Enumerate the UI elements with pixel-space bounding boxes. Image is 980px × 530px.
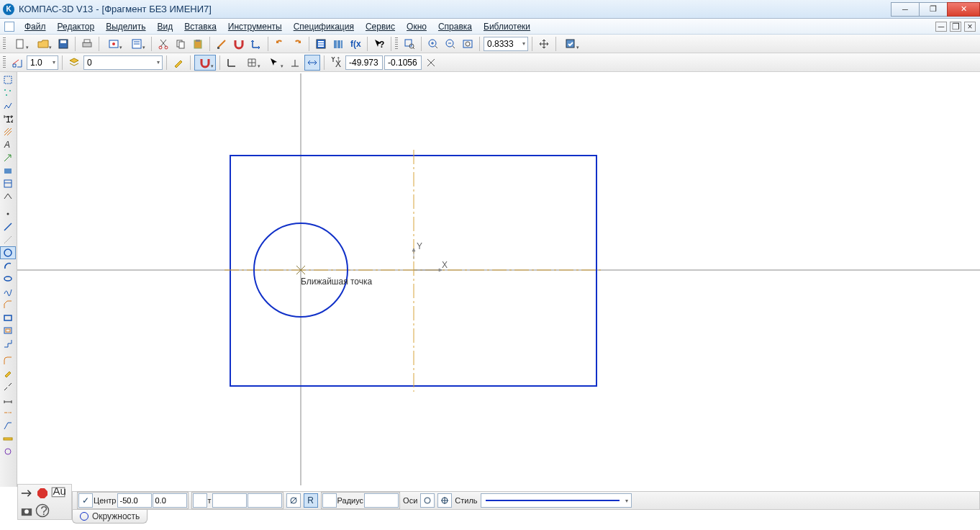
axes-off-button[interactable] bbox=[420, 493, 435, 508]
menu-insert[interactable]: Вставка bbox=[178, 20, 222, 33]
fillet-tool[interactable] bbox=[0, 354, 16, 367]
copy-button[interactable] bbox=[173, 36, 189, 52]
local-cs-button[interactable] bbox=[248, 36, 264, 52]
coord-y-input[interactable] bbox=[384, 55, 422, 70]
symbol-tool[interactable] bbox=[0, 164, 16, 177]
menu-service[interactable]: Сервис bbox=[360, 20, 401, 33]
stop-button[interactable] bbox=[35, 486, 50, 500]
zoom-in-button[interactable] bbox=[425, 36, 441, 52]
document-manager-button[interactable] bbox=[313, 36, 329, 52]
edit-properties-button[interactable] bbox=[171, 55, 186, 71]
ellipse-tool[interactable] bbox=[0, 272, 16, 285]
preview-button[interactable] bbox=[103, 36, 124, 52]
spec-tool-button[interactable] bbox=[126, 36, 148, 52]
properties-button[interactable] bbox=[214, 36, 230, 52]
scale-combo[interactable]: 1.0 bbox=[27, 55, 58, 70]
circle-tool[interactable] bbox=[0, 246, 16, 259]
menu-edit[interactable]: Редактор bbox=[52, 20, 101, 33]
table-tool[interactable] bbox=[0, 177, 16, 190]
auto-create-button[interactable]: Auto bbox=[51, 486, 65, 500]
help-cursor-button[interactable]: ? bbox=[371, 36, 387, 52]
pan-button[interactable] bbox=[536, 36, 552, 52]
coord-x-input[interactable] bbox=[345, 55, 383, 70]
coord-go-button[interactable] bbox=[423, 55, 439, 71]
menu-file[interactable]: Файл bbox=[19, 20, 52, 33]
style-combo[interactable] bbox=[481, 493, 632, 508]
create-arrow-button[interactable] bbox=[19, 486, 34, 500]
help-button[interactable]: ? bbox=[35, 503, 50, 518]
drawing-canvas[interactable]: Y X Ближайшая точка bbox=[17, 72, 980, 487]
toolbar-grip[interactable] bbox=[395, 37, 398, 50]
mdi-minimize-button[interactable]: ─ bbox=[935, 22, 947, 32]
center-x-input[interactable] bbox=[117, 493, 152, 508]
zoom-window-button[interactable] bbox=[401, 36, 417, 52]
hatch-tool[interactable] bbox=[0, 125, 16, 138]
radius-input[interactable] bbox=[364, 493, 399, 508]
cut-button[interactable] bbox=[155, 36, 171, 52]
radius-toggle[interactable]: R bbox=[304, 493, 318, 508]
parametric-button[interactable] bbox=[304, 55, 320, 71]
text-tool[interactable]: A bbox=[0, 138, 16, 151]
point-multi-tool[interactable] bbox=[0, 86, 16, 99]
rebuild-button[interactable] bbox=[560, 36, 581, 52]
zoom-out-button[interactable] bbox=[443, 36, 458, 52]
toolbar-grip[interactable] bbox=[3, 56, 6, 69]
grid-button[interactable] bbox=[241, 55, 263, 71]
perpendicular-icon[interactable] bbox=[287, 55, 303, 71]
close-button[interactable]: ✕ bbox=[947, 2, 980, 17]
measure-tool[interactable] bbox=[0, 432, 16, 445]
toolbar-grip[interactable] bbox=[3, 37, 6, 50]
scale-icon[interactable] bbox=[9, 55, 25, 71]
cursor-button[interactable] bbox=[264, 55, 286, 71]
print-button[interactable] bbox=[79, 36, 95, 52]
dimension-linear-tool[interactable] bbox=[0, 393, 16, 406]
spline-tool[interactable] bbox=[0, 285, 16, 298]
rectangle-tool[interactable] bbox=[0, 311, 16, 324]
axes-on-button[interactable] bbox=[437, 493, 452, 508]
point-x-input[interactable] bbox=[212, 493, 247, 508]
undo-button[interactable] bbox=[272, 36, 288, 52]
circle-tab[interactable]: Окружность bbox=[72, 510, 148, 524]
mdi-icon[interactable] bbox=[4, 22, 14, 32]
point-tool[interactable] bbox=[0, 207, 16, 220]
zoom-fit-button[interactable] bbox=[460, 36, 476, 52]
layer-combo[interactable]: 0 bbox=[83, 55, 163, 70]
mdi-close-button[interactable]: × bbox=[964, 22, 976, 32]
layers-icon[interactable] bbox=[66, 55, 82, 71]
maximize-button[interactable]: ❐ bbox=[919, 2, 948, 17]
select-tool[interactable] bbox=[0, 73, 16, 86]
diameter-toggle[interactable] bbox=[286, 493, 301, 508]
open-button[interactable] bbox=[32, 36, 54, 52]
menu-spec[interactable]: Спецификация bbox=[288, 20, 360, 33]
menu-select[interactable]: Выделить bbox=[100, 20, 151, 33]
save-button[interactable] bbox=[55, 36, 71, 52]
arc-tool[interactable] bbox=[0, 259, 16, 272]
break-tool[interactable] bbox=[0, 380, 16, 393]
menu-libs[interactable]: Библиотеки bbox=[478, 20, 536, 33]
minimize-button[interactable]: ─ bbox=[891, 2, 920, 17]
paint-tool[interactable] bbox=[0, 367, 16, 380]
line-tool[interactable] bbox=[0, 220, 16, 233]
library-manager-button[interactable] bbox=[330, 36, 346, 52]
mdi-restore-button[interactable]: ❐ bbox=[950, 22, 961, 32]
paste-button[interactable] bbox=[190, 36, 206, 52]
new-button[interactable] bbox=[9, 36, 31, 52]
redo-button[interactable] bbox=[289, 36, 305, 52]
equidistant-tool[interactable] bbox=[0, 324, 16, 337]
arrow-tool[interactable] bbox=[0, 151, 16, 164]
chamfer-tool[interactable] bbox=[0, 298, 16, 311]
zoom-value-combo[interactable]: 0.8333 bbox=[484, 37, 528, 51]
snap-button[interactable] bbox=[194, 55, 216, 71]
point-y-input[interactable] bbox=[248, 493, 282, 508]
misc-tool[interactable] bbox=[0, 445, 16, 458]
center-fix-button[interactable]: ✓ bbox=[78, 493, 93, 508]
roughness-tool[interactable] bbox=[0, 190, 16, 203]
magnet-button[interactable] bbox=[231, 36, 247, 52]
menu-view[interactable]: Вид bbox=[152, 20, 179, 33]
camera-button[interactable] bbox=[19, 503, 34, 518]
aux-line-tool[interactable] bbox=[0, 233, 16, 246]
menu-window[interactable]: Окно bbox=[401, 20, 432, 33]
variables-button[interactable]: f(x) bbox=[348, 36, 363, 52]
point-fix-button[interactable] bbox=[193, 493, 207, 508]
polyline-tool[interactable] bbox=[0, 99, 16, 112]
